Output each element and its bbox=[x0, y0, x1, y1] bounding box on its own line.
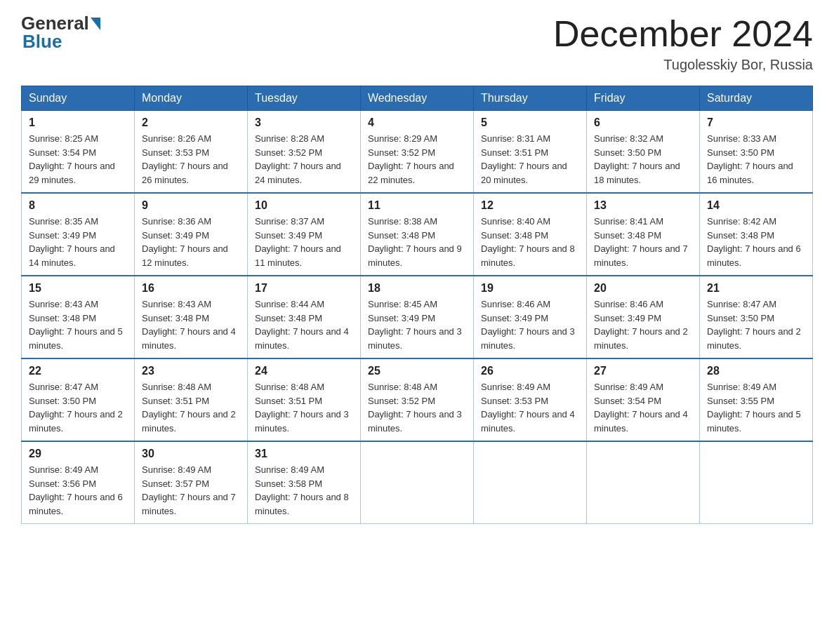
day-number: 2 bbox=[142, 116, 240, 129]
day-number: 28 bbox=[707, 365, 805, 377]
cell-info: Sunrise: 8:43 AMSunset: 3:48 PMDaylight:… bbox=[142, 299, 236, 351]
calendar-cell: 14 Sunrise: 8:42 AMSunset: 3:48 PMDaylig… bbox=[700, 193, 813, 276]
cell-info: Sunrise: 8:48 AMSunset: 3:51 PMDaylight:… bbox=[142, 382, 236, 434]
calendar-cell: 1 Sunrise: 8:25 AMSunset: 3:54 PMDayligh… bbox=[22, 111, 135, 194]
cell-info: Sunrise: 8:49 AMSunset: 3:55 PMDaylight:… bbox=[707, 382, 801, 434]
day-number: 16 bbox=[142, 282, 240, 295]
cell-info: Sunrise: 8:42 AMSunset: 3:48 PMDaylight:… bbox=[707, 216, 801, 268]
col-header-tuesday: Tuesday bbox=[248, 86, 361, 111]
day-number: 12 bbox=[481, 199, 579, 212]
calendar-cell: 23 Sunrise: 8:48 AMSunset: 3:51 PMDaylig… bbox=[135, 358, 248, 441]
calendar-week-row: 8 Sunrise: 8:35 AMSunset: 3:49 PMDayligh… bbox=[22, 193, 813, 276]
day-number: 5 bbox=[481, 116, 579, 129]
cell-info: Sunrise: 8:35 AMSunset: 3:49 PMDaylight:… bbox=[29, 216, 115, 268]
cell-info: Sunrise: 8:44 AMSunset: 3:48 PMDaylight:… bbox=[255, 299, 349, 351]
calendar-week-row: 15 Sunrise: 8:43 AMSunset: 3:48 PMDaylig… bbox=[22, 276, 813, 358]
day-number: 22 bbox=[29, 365, 127, 377]
col-header-saturday: Saturday bbox=[700, 86, 813, 111]
day-number: 25 bbox=[368, 365, 466, 377]
day-number: 30 bbox=[142, 448, 240, 460]
calendar-cell: 2 Sunrise: 8:26 AMSunset: 3:53 PMDayligh… bbox=[135, 111, 248, 194]
day-number: 29 bbox=[29, 448, 127, 460]
cell-info: Sunrise: 8:26 AMSunset: 3:53 PMDaylight:… bbox=[142, 133, 228, 185]
calendar-header-row: SundayMondayTuesdayWednesdayThursdayFrid… bbox=[22, 86, 813, 111]
cell-info: Sunrise: 8:32 AMSunset: 3:50 PMDaylight:… bbox=[594, 133, 680, 185]
day-number: 19 bbox=[481, 282, 579, 295]
day-number: 15 bbox=[29, 282, 127, 295]
day-number: 13 bbox=[594, 199, 692, 212]
cell-info: Sunrise: 8:49 AMSunset: 3:58 PMDaylight:… bbox=[255, 464, 349, 516]
day-number: 26 bbox=[481, 365, 579, 377]
calendar-cell: 10 Sunrise: 8:37 AMSunset: 3:49 PMDaylig… bbox=[248, 193, 361, 276]
cell-info: Sunrise: 8:29 AMSunset: 3:52 PMDaylight:… bbox=[368, 133, 454, 185]
day-number: 11 bbox=[368, 199, 466, 212]
cell-info: Sunrise: 8:48 AMSunset: 3:52 PMDaylight:… bbox=[368, 382, 462, 434]
calendar-cell: 19 Sunrise: 8:46 AMSunset: 3:49 PMDaylig… bbox=[474, 276, 587, 358]
day-number: 18 bbox=[368, 282, 466, 295]
calendar-week-row: 29 Sunrise: 8:49 AMSunset: 3:56 PMDaylig… bbox=[22, 441, 813, 524]
calendar-cell: 24 Sunrise: 8:48 AMSunset: 3:51 PMDaylig… bbox=[248, 358, 361, 441]
col-header-monday: Monday bbox=[135, 86, 248, 111]
day-number: 3 bbox=[255, 116, 353, 129]
calendar-cell bbox=[361, 441, 474, 524]
day-number: 14 bbox=[707, 199, 805, 212]
calendar-week-row: 1 Sunrise: 8:25 AMSunset: 3:54 PMDayligh… bbox=[22, 111, 813, 194]
cell-info: Sunrise: 8:40 AMSunset: 3:48 PMDaylight:… bbox=[481, 216, 575, 268]
cell-info: Sunrise: 8:36 AMSunset: 3:49 PMDaylight:… bbox=[142, 216, 228, 268]
logo-blue-text: Blue bbox=[21, 31, 62, 53]
day-number: 1 bbox=[29, 116, 127, 129]
calendar-cell: 21 Sunrise: 8:47 AMSunset: 3:50 PMDaylig… bbox=[700, 276, 813, 358]
day-number: 4 bbox=[368, 116, 466, 129]
cell-info: Sunrise: 8:37 AMSunset: 3:49 PMDaylight:… bbox=[255, 216, 341, 268]
cell-info: Sunrise: 8:47 AMSunset: 3:50 PMDaylight:… bbox=[707, 299, 801, 351]
cell-info: Sunrise: 8:38 AMSunset: 3:48 PMDaylight:… bbox=[368, 216, 462, 268]
day-number: 20 bbox=[594, 282, 692, 295]
col-header-wednesday: Wednesday bbox=[361, 86, 474, 111]
calendar-cell bbox=[700, 441, 813, 524]
logo-general-text: General bbox=[21, 14, 89, 32]
calendar-cell: 17 Sunrise: 8:44 AMSunset: 3:48 PMDaylig… bbox=[248, 276, 361, 358]
col-header-thursday: Thursday bbox=[474, 86, 587, 111]
calendar-cell: 11 Sunrise: 8:38 AMSunset: 3:48 PMDaylig… bbox=[361, 193, 474, 276]
calendar-cell bbox=[474, 441, 587, 524]
cell-info: Sunrise: 8:49 AMSunset: 3:54 PMDaylight:… bbox=[594, 382, 688, 434]
cell-info: Sunrise: 8:45 AMSunset: 3:49 PMDaylight:… bbox=[368, 299, 462, 351]
calendar-cell: 30 Sunrise: 8:49 AMSunset: 3:57 PMDaylig… bbox=[135, 441, 248, 524]
cell-info: Sunrise: 8:47 AMSunset: 3:50 PMDaylight:… bbox=[29, 382, 123, 434]
calendar-table: SundayMondayTuesdayWednesdayThursdayFrid… bbox=[21, 86, 813, 524]
logo: General Blue bbox=[21, 14, 100, 53]
cell-info: Sunrise: 8:49 AMSunset: 3:57 PMDaylight:… bbox=[142, 464, 236, 516]
calendar-cell: 6 Sunrise: 8:32 AMSunset: 3:50 PMDayligh… bbox=[587, 111, 700, 194]
col-header-friday: Friday bbox=[587, 86, 700, 111]
calendar-cell: 20 Sunrise: 8:46 AMSunset: 3:49 PMDaylig… bbox=[587, 276, 700, 358]
day-number: 9 bbox=[142, 199, 240, 212]
day-number: 21 bbox=[707, 282, 805, 295]
day-number: 7 bbox=[707, 116, 805, 129]
cell-info: Sunrise: 8:33 AMSunset: 3:50 PMDaylight:… bbox=[707, 133, 793, 185]
cell-info: Sunrise: 8:25 AMSunset: 3:54 PMDaylight:… bbox=[29, 133, 115, 185]
calendar-cell: 15 Sunrise: 8:43 AMSunset: 3:48 PMDaylig… bbox=[22, 276, 135, 358]
calendar-cell: 16 Sunrise: 8:43 AMSunset: 3:48 PMDaylig… bbox=[135, 276, 248, 358]
col-header-sunday: Sunday bbox=[22, 86, 135, 111]
day-number: 23 bbox=[142, 365, 240, 377]
calendar-week-row: 22 Sunrise: 8:47 AMSunset: 3:50 PMDaylig… bbox=[22, 358, 813, 441]
cell-info: Sunrise: 8:46 AMSunset: 3:49 PMDaylight:… bbox=[594, 299, 688, 351]
calendar-cell: 12 Sunrise: 8:40 AMSunset: 3:48 PMDaylig… bbox=[474, 193, 587, 276]
logo-arrow-icon bbox=[91, 18, 100, 30]
cell-info: Sunrise: 8:49 AMSunset: 3:53 PMDaylight:… bbox=[481, 382, 575, 434]
cell-info: Sunrise: 8:49 AMSunset: 3:56 PMDaylight:… bbox=[29, 464, 123, 516]
calendar-cell: 31 Sunrise: 8:49 AMSunset: 3:58 PMDaylig… bbox=[248, 441, 361, 524]
calendar-cell: 3 Sunrise: 8:28 AMSunset: 3:52 PMDayligh… bbox=[248, 111, 361, 194]
day-number: 6 bbox=[594, 116, 692, 129]
calendar-cell: 26 Sunrise: 8:49 AMSunset: 3:53 PMDaylig… bbox=[474, 358, 587, 441]
location-subtitle: Tugolesskiy Bor, Russia bbox=[553, 57, 813, 73]
calendar-cell: 7 Sunrise: 8:33 AMSunset: 3:50 PMDayligh… bbox=[700, 111, 813, 194]
calendar-cell: 25 Sunrise: 8:48 AMSunset: 3:52 PMDaylig… bbox=[361, 358, 474, 441]
calendar-cell: 13 Sunrise: 8:41 AMSunset: 3:48 PMDaylig… bbox=[587, 193, 700, 276]
day-number: 31 bbox=[255, 448, 353, 460]
calendar-cell: 27 Sunrise: 8:49 AMSunset: 3:54 PMDaylig… bbox=[587, 358, 700, 441]
day-number: 24 bbox=[255, 365, 353, 377]
day-number: 8 bbox=[29, 199, 127, 212]
day-number: 27 bbox=[594, 365, 692, 377]
cell-info: Sunrise: 8:43 AMSunset: 3:48 PMDaylight:… bbox=[29, 299, 123, 351]
